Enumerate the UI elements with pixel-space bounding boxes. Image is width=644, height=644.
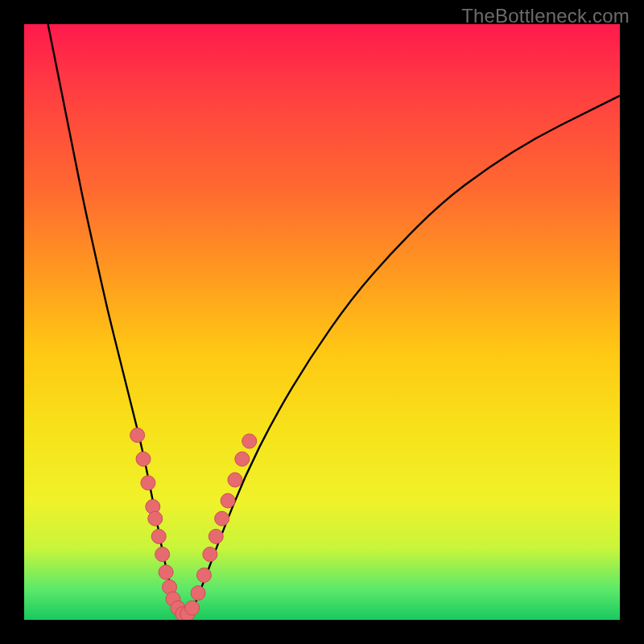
- plot-area: [24, 24, 620, 620]
- marker-point: [136, 452, 151, 466]
- marker-point: [185, 601, 200, 615]
- marker-point: [196, 568, 211, 583]
- marker-point: [148, 511, 163, 526]
- chart-frame: TheBottleneck.com: [0, 0, 644, 644]
- marker-point: [235, 452, 250, 466]
- marker-point: [159, 565, 173, 580]
- marker-point: [191, 586, 205, 601]
- marker-point: [141, 476, 155, 490]
- marker-point: [151, 529, 166, 543]
- marker-point: [155, 547, 170, 562]
- marker-point: [130, 428, 145, 443]
- marker-cluster: [130, 428, 257, 620]
- marker-point: [221, 493, 235, 508]
- marker-point: [242, 434, 257, 448]
- chart-svg: [24, 24, 620, 620]
- marker-point: [228, 473, 242, 487]
- marker-point: [208, 529, 223, 543]
- marker-point: [215, 511, 229, 526]
- bottleneck-curve: [48, 24, 620, 618]
- marker-point: [203, 547, 217, 562]
